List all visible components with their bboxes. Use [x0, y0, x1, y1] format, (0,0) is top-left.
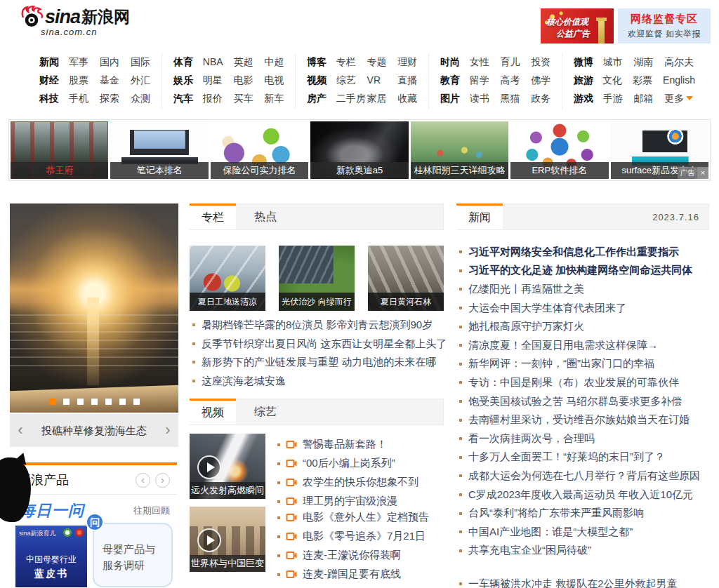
video-link[interactable]: 警惕毒品新套路！ — [303, 438, 387, 451]
nav-category[interactable]: 新闻 — [39, 53, 69, 71]
headline-link[interactable]: 新形势下的产业链发展与重塑 动力电池的未来在哪 — [202, 356, 436, 368]
nav-link[interactable]: 报价 — [203, 89, 234, 107]
featured-image-3[interactable]: 夏日黄河石林 — [368, 246, 444, 311]
nav-link[interactable]: 直播 — [397, 71, 428, 89]
nav-link[interactable]: 中超 — [264, 53, 295, 71]
nav-link[interactable]: English — [663, 71, 695, 89]
nav-link[interactable]: 手游 — [603, 89, 634, 107]
nav-link[interactable]: 英超 — [234, 53, 265, 71]
nav-link[interactable]: 电视 — [264, 71, 295, 89]
nav-link[interactable]: 买车 — [234, 89, 265, 107]
carousel-dot[interactable] — [119, 399, 126, 405]
carousel-dot[interactable] — [133, 399, 140, 405]
nav-category[interactable]: 财经 — [39, 71, 69, 89]
carousel-prev-icon[interactable]: ‹ — [13, 414, 28, 446]
psa-ad-banner[interactable]: 核心价值观 公益广告 — [541, 8, 614, 44]
carousel-dot[interactable] — [91, 399, 98, 405]
tab-redian[interactable]: 热点 — [236, 210, 295, 225]
nav-link[interactable]: 政务 — [531, 89, 562, 107]
nav-link[interactable]: 理财 — [397, 53, 428, 71]
nav-link[interactable]: 综艺 — [336, 71, 367, 89]
news-link[interactable]: 饱受美国核试验之苦 马绍尔群岛要求更多补偿 — [468, 395, 682, 408]
nav-category[interactable]: 游戏 — [574, 89, 603, 107]
nav-link[interactable]: 高尔夫 — [664, 53, 695, 71]
carousel-caption[interactable]: 投礁种草修复渤海生态 — [10, 414, 178, 447]
nav-link[interactable]: 二手房 — [336, 89, 367, 107]
nav-link[interactable]: 专题 — [367, 53, 398, 71]
nav-link[interactable]: 投资 — [531, 53, 562, 71]
carousel-dot[interactable] — [105, 399, 112, 405]
headline-link[interactable]: 这座滨海老城安逸 — [202, 375, 286, 387]
nav-link[interactable]: 股票 — [69, 71, 100, 89]
news-link[interactable]: 十多万人全面罢工！“好莱坞的末日”到了？ — [468, 450, 665, 464]
nav-link[interactable]: 育儿 — [501, 53, 532, 71]
nav-link[interactable]: 文化 — [602, 71, 633, 89]
nav-link[interactable]: NBA — [203, 53, 234, 71]
nav-link[interactable]: 新车 — [264, 89, 295, 107]
video-link[interactable]: “00后小编上岗系列” — [303, 457, 395, 470]
news-link[interactable]: 习近平的文化足迹 加快构建网络空间命运共同体 — [468, 264, 692, 277]
supervision-banner[interactable]: 网络监督专区 欢迎监督 如实举报 — [618, 8, 711, 44]
nav-link[interactable]: 军事 — [69, 53, 100, 71]
video-link[interactable]: 电影《意外人生》定档预告 — [303, 511, 429, 524]
news-link[interactable]: 去南疆村里采访，受访维吾尔族姑娘当天在订婚 — [468, 413, 690, 427]
carousel-image[interactable] — [10, 203, 178, 413]
nav-category[interactable]: 体育 — [173, 53, 203, 71]
ad-thumb-guilin-guide[interactable]: 桂林阳朔三天详细攻略 — [411, 121, 508, 179]
nav-link[interactable]: 收藏 — [397, 89, 428, 107]
headline-link[interactable]: 暑期档锋芒毕露的8位演员 影帝刘青云想演到90岁 — [202, 319, 433, 330]
news-link[interactable]: 她扎根高原守护万家灯火 — [468, 320, 584, 333]
nav-link[interactable]: 明星 — [203, 71, 234, 89]
survey-bubble[interactable]: 母婴产品与服务调研 — [93, 523, 173, 587]
ad-thumb-erp-ranking[interactable]: ERP软件排名 — [510, 121, 608, 179]
nav-category[interactable]: 博客 — [307, 53, 336, 71]
news-link[interactable]: 新华网评：一刻钟，“圈”出家门口的幸福 — [468, 357, 654, 370]
nav-category[interactable]: 时尚 — [440, 53, 470, 71]
close-icon[interactable]: × — [697, 167, 708, 179]
nav-link[interactable]: 彩票 — [633, 71, 663, 89]
nav-link[interactable]: 国际 — [131, 53, 161, 71]
nav-category[interactable]: 科技 — [39, 89, 69, 107]
news-link[interactable]: 一车辆被洪水冲走 救援队在2公里外救起男童 — [468, 577, 678, 588]
ad-thumb-gongwangfu[interactable]: 恭王府 — [11, 121, 108, 179]
featured-image-2[interactable]: 光伏治沙 向绿而行 — [279, 246, 355, 311]
news-link[interactable]: 台风“泰利”将给广东带来严重风雨影响 — [468, 507, 644, 520]
carousel-dot[interactable] — [77, 399, 84, 405]
products-prev-icon[interactable]: ‹ — [136, 473, 150, 488]
news-link[interactable]: C罗成2023年度收入最高运动员 年收入近10亿元 — [468, 488, 693, 502]
nav-link[interactable]: 黑猫 — [501, 89, 532, 107]
nav-link[interactable]: 读书 — [470, 89, 501, 107]
nav-category[interactable]: 微博 — [574, 53, 603, 71]
news-link[interactable]: 成都大运会为何选在七八月举行？背后有这些原因 — [468, 469, 700, 483]
video-link[interactable]: 连麦-蹭国足要有底线 — [303, 568, 401, 581]
nav-link[interactable]: 留学 — [470, 71, 501, 89]
video-link[interactable]: 农学生的快乐你想象不到 — [303, 476, 418, 489]
daily-question-logo[interactable]: 每日一问 — [20, 500, 84, 521]
news-link[interactable]: 专访：中国是刚果（布）农业发展的可靠伙伴 — [468, 376, 679, 389]
nav-link-more[interactable]: 更多 — [664, 89, 695, 107]
nav-link[interactable]: 众测 — [131, 89, 161, 107]
nav-link[interactable]: 城市 — [603, 53, 634, 71]
news-link[interactable]: 大运会中国大学生体育代表团来了 — [468, 302, 626, 315]
video-thumb-worldcup[interactable]: 世界杯与中国巨变 — [190, 507, 265, 572]
history-link[interactable]: 往期回顾 — [133, 505, 170, 517]
nav-category[interactable]: 图片 — [440, 89, 470, 107]
tab-shipin[interactable]: 视频 — [190, 399, 236, 425]
news-link[interactable]: 共享充电宝企业“困局待破” — [468, 544, 591, 557]
nav-category[interactable]: 娱乐 — [173, 71, 203, 89]
news-link[interactable]: 看一次病挂两次号，合理吗 — [468, 432, 595, 446]
nav-category[interactable]: 房产 — [307, 89, 336, 107]
ad-thumb-laptop-ranking[interactable]: 笔记本排名 — [110, 121, 208, 179]
featured-image-1[interactable]: 夏日工地送清凉 — [190, 246, 265, 311]
nav-link[interactable]: 专栏 — [336, 53, 367, 71]
news-link[interactable]: 亿缕阳光丨再造隔世之美 — [468, 283, 584, 296]
carousel-next-icon[interactable]: › — [160, 414, 176, 446]
nav-link[interactable]: 外汇 — [131, 71, 161, 89]
news-link[interactable]: 清凉度夏！全国夏日用电需求这样保障→ — [468, 339, 658, 352]
nav-link[interactable]: 家居 — [367, 89, 398, 107]
nav-link[interactable]: 手机 — [69, 89, 100, 107]
tab-xinwen[interactable]: 新闻 — [456, 203, 503, 229]
video-link[interactable]: 连麦-王濛说你得装啊 — [303, 549, 401, 562]
ad-thumb-audi-a5[interactable]: 新款奥迪a5 — [310, 121, 408, 179]
carousel-dot[interactable] — [49, 399, 55, 405]
